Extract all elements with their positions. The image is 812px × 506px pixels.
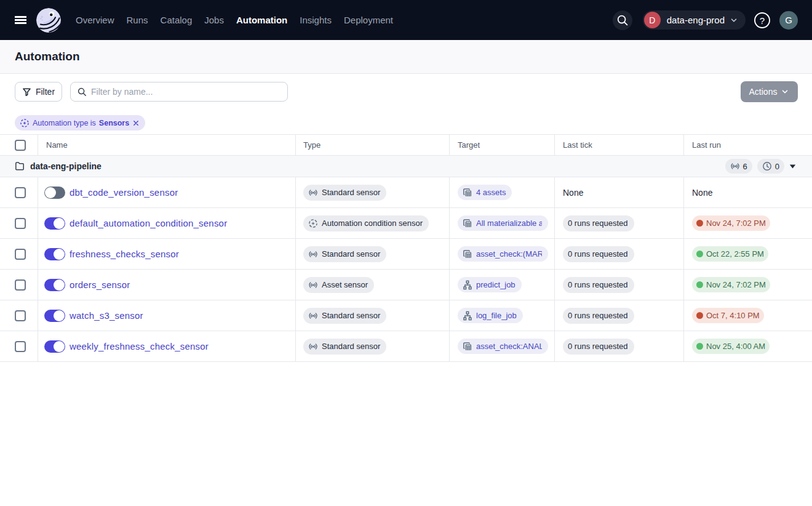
svg-text:?: ? [760,15,765,25]
